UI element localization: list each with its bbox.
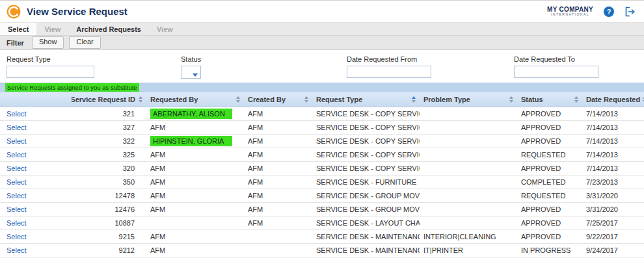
date-requested-cell: 7/14/2013 (582, 134, 644, 148)
service-request-id-cell: 9215 (72, 229, 146, 243)
table-row: Select 327 AFM AFM SERVICE DESK - COPY S… (0, 120, 644, 134)
created-by-cell (244, 229, 312, 243)
request-type-cell: SERVICE DESK - MAINTENANCE (312, 243, 420, 257)
requested-by-cell: AFM (146, 189, 244, 202)
table-row: Select 322 HIPINSTEIN, GLORIA AFM SERVIC… (0, 134, 644, 148)
service-request-id-cell: 322 (72, 134, 146, 148)
select-cell: Select (0, 161, 72, 175)
sort-icon[interactable] (236, 96, 240, 103)
date-requested-cell: 3/31/2020 (582, 202, 644, 216)
app-header: View Service Request MY COMPANY INTERNAT… (0, 1, 644, 23)
created-by-cell: AFM (244, 134, 312, 148)
header-right: MY COMPANY INTERNATIONAL ? (547, 6, 636, 17)
page-title: View Service Request (27, 6, 127, 17)
select-link[interactable]: Select (7, 124, 27, 131)
sign-out-icon[interactable] (624, 7, 636, 17)
sort-icon[interactable] (509, 96, 513, 103)
table-header-row: Service Request ID Requested By Created … (0, 92, 644, 107)
request-type-cell: SERVICE DESK - GROUP MOVE (312, 189, 420, 202)
date-requested-to-field-group: Date Requested To (514, 55, 598, 78)
request-type-cell: SERVICE DESK - LAYOUT CHANGE (312, 216, 420, 229)
service-request-id-cell: 10887 (72, 216, 146, 229)
problem-type-cell (420, 216, 517, 229)
column-header-status[interactable]: Status (517, 92, 582, 107)
date-requested-from-label: Date Requested From (347, 55, 431, 63)
service-request-id-cell: 12478 (72, 189, 146, 202)
help-icon[interactable]: ? (604, 7, 614, 17)
request-type-cell: SERVICE DESK - FURNITURE (312, 175, 420, 189)
clear-button[interactable]: Clear (69, 36, 100, 48)
select-link[interactable]: Select (7, 164, 27, 172)
status-cell: APPROVED (517, 161, 582, 175)
column-header-service-request-id[interactable]: Service Request ID (72, 92, 146, 107)
created-by-cell: AFM (244, 175, 312, 189)
date-requested-cell: 7/14/2013 (582, 107, 644, 120)
sort-icon[interactable] (304, 96, 308, 103)
requested-by-cell: HIPINSTEIN, GLORIA (146, 134, 244, 148)
select-cell: Select (0, 202, 72, 216)
request-type-cell: SERVICE DESK - COPY SERVICE (312, 161, 420, 175)
requested-by-cell: AFM (146, 229, 244, 243)
filter-panel: Request Type Status Date Requested From … (0, 50, 644, 83)
date-requested-to-input[interactable] (514, 66, 598, 78)
problem-type-cell: IT|PRINTER (420, 243, 517, 257)
select-link[interactable]: Select (7, 192, 27, 200)
date-requested-to-label: Date Requested To (514, 55, 598, 63)
problem-type-cell (420, 202, 517, 216)
select-cell: Select (0, 175, 72, 189)
status-cell: COMPLETED (517, 175, 582, 189)
company-logo-subtitle: INTERNATIONAL (547, 13, 593, 17)
select-link[interactable]: Select (7, 205, 27, 213)
column-header-request-type[interactable]: Request Type (312, 92, 420, 107)
select-cell: Select (0, 189, 72, 202)
service-request-table: Service Request ID Requested By Created … (0, 92, 644, 262)
select-link[interactable]: Select (7, 246, 27, 254)
show-button[interactable]: Show (32, 36, 64, 48)
date-requested-cell: 7/23/2013 (582, 175, 644, 189)
column-header-requested-by[interactable]: Requested By (146, 92, 244, 107)
status-cell: APPROVED (517, 229, 582, 243)
problem-type-cell: INTERIOR|CLEANING (420, 229, 517, 243)
sort-icon[interactable] (139, 96, 142, 103)
request-type-input[interactable] (7, 66, 94, 78)
status-cell: APPROVED (517, 216, 582, 229)
column-header-date-requested[interactable]: Date Requested (582, 92, 644, 107)
service-request-id-cell: 327 (72, 120, 146, 134)
select-link[interactable]: Select (7, 151, 27, 159)
column-header-problem-type[interactable]: Problem Type (420, 92, 517, 107)
problem-type-cell (420, 148, 517, 161)
date-requested-cell: 7/25/2017 (582, 216, 644, 229)
date-requested-cell: 3/31/2020 (582, 189, 644, 202)
request-type-label: Request Type (7, 55, 94, 63)
table-row: Select 12478 AFM AFM SERVICE DESK - GROU… (0, 189, 644, 202)
select-link[interactable]: Select (7, 178, 27, 186)
date-requested-cell: 7/14/2013 (582, 120, 644, 134)
sort-icon[interactable] (574, 96, 578, 103)
select-link[interactable]: Select (7, 219, 27, 227)
select-cell: Select (0, 134, 72, 148)
select-link[interactable]: Select (7, 233, 27, 241)
table-body: Select 321 ABERNATHY, ALISON AFM SERVICE… (0, 107, 644, 257)
select-link[interactable]: Select (7, 110, 27, 118)
column-header-created-by[interactable]: Created By (244, 92, 312, 107)
status-cell: REQUESTED (517, 189, 582, 202)
select-link[interactable]: Select (7, 137, 27, 145)
request-type-cell: SERVICE DESK - COPY SERVICE (312, 120, 420, 134)
filter-bar: Filter Show Clear (0, 36, 644, 50)
date-requested-from-input[interactable] (347, 66, 431, 78)
tab-archived-requests[interactable]: Archived Requests (68, 23, 149, 35)
company-logo: MY COMPANY INTERNATIONAL (547, 6, 593, 17)
created-by-cell: AFM (244, 202, 312, 216)
table-row: Select 9212 AFM SERVICE DESK - MAINTENAN… (0, 243, 644, 257)
tab-select[interactable]: Select (0, 23, 36, 35)
status-select[interactable] (181, 66, 201, 79)
tab-view-1: View (36, 23, 68, 35)
date-requested-from-field-group: Date Requested From (347, 55, 431, 78)
date-requested-cell: 9/24/2017 (582, 243, 644, 257)
created-by-cell: AFM (244, 107, 312, 120)
sort-icon[interactable] (412, 96, 416, 103)
request-type-cell: SERVICE DESK - COPY SERVICE (312, 148, 420, 161)
date-requested-cell: 9/22/2017 (582, 229, 644, 243)
filter-label: Filter (7, 39, 24, 47)
service-request-id-cell: 320 (72, 161, 146, 175)
